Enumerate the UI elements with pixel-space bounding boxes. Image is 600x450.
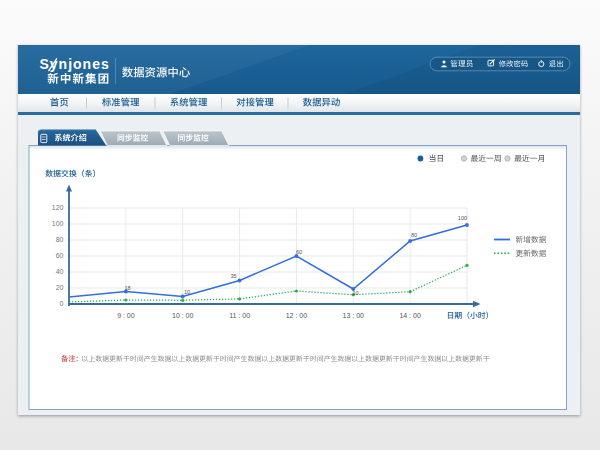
svg-text:20: 20: [56, 284, 64, 291]
svg-text:60: 60: [56, 252, 64, 259]
svg-text:12 : 00: 12 : 00: [286, 312, 308, 319]
svg-text:10: 10: [352, 290, 358, 296]
svg-text:13 : 00: 13 : 00: [343, 312, 365, 319]
svg-text:14 : 00: 14 : 00: [399, 312, 421, 319]
svg-text:40: 40: [56, 268, 64, 275]
svg-text:120: 120: [52, 204, 64, 211]
svg-text:10 : 00: 10 : 00: [172, 312, 194, 319]
svg-text:10: 10: [184, 289, 190, 295]
svg-text:60: 60: [296, 249, 302, 255]
svg-text:100: 100: [52, 220, 64, 227]
svg-text:80: 80: [411, 232, 417, 238]
svg-text:9 : 00: 9 : 00: [117, 312, 135, 319]
svg-text:100: 100: [458, 215, 467, 221]
svg-text:35: 35: [230, 273, 236, 279]
svg-text:11 : 00: 11 : 00: [229, 312, 250, 319]
svg-text:0: 0: [60, 300, 64, 307]
svg-text:18: 18: [124, 285, 130, 291]
svg-text:80: 80: [56, 236, 64, 243]
